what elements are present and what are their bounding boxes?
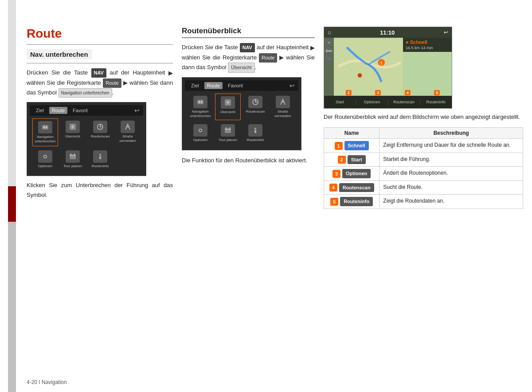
column-1: Route Nav. unterbrechen Drücken Sie die …	[27, 27, 173, 374]
row-name-badge: Start	[348, 155, 366, 165]
arrow-3: ▶	[310, 43, 315, 53]
map-sidebar: + Auto -	[324, 38, 334, 96]
nav-cell-label-7: Routeninfo	[92, 164, 109, 169]
svg-rect-16	[197, 100, 203, 104]
nav-icon-svg-6	[69, 153, 77, 161]
divider-1	[27, 44, 173, 45]
nav-cell2-optionen-icon	[193, 124, 207, 137]
svg-rect-26	[225, 128, 231, 133]
map-start-btn[interactable]: Start	[324, 99, 356, 105]
col1-para1: Drücken Sie die Taste NAV auf der Haupte…	[27, 68, 173, 98]
ubersicht-icon	[66, 121, 80, 133]
footnote: 4-20 I Navigation	[27, 379, 67, 385]
nav-cell-label-2: Übersicht	[65, 134, 80, 139]
routeninfo-icon	[93, 150, 107, 163]
nav-cell2-label-4: Straßevermeiden	[274, 110, 291, 118]
nav-badge-1: NAV	[91, 68, 106, 78]
nav-cell2-tourplanen-icon	[221, 124, 235, 137]
nav2-icon-svg-3	[251, 98, 259, 106]
table-cell-desc: Startet die Führung.	[379, 153, 523, 167]
tourplanen-icon	[66, 150, 80, 163]
table-row: 4RoutenscanSucht die Route.	[324, 180, 523, 195]
map-schnell-label: Schnell	[410, 39, 427, 45]
nav2-icon-svg-1	[196, 98, 204, 106]
map-num-5: 5	[434, 90, 440, 95]
nav-badge-2: NAV	[240, 43, 255, 52]
nav-cell2-tourplanen[interactable]: Tour planen	[215, 122, 241, 145]
nav-cell-tourplanen[interactable]: Tour planen	[60, 148, 86, 171]
nav-cell2-strasse[interactable]: Straßevermeiden	[270, 94, 296, 120]
map-num-2: 2	[346, 90, 352, 95]
close-icon-2: ↩	[289, 82, 295, 89]
subsection-title: Nav. unterbrechen	[27, 49, 92, 59]
nav-cell-routenscan[interactable]: Routenscan	[87, 118, 113, 146]
table-cell-name: 3Optionen	[324, 167, 379, 181]
nav-screen-1: Ziel Route Favorit ↩ Navigationunterbrec…	[27, 102, 146, 176]
map-optionen-btn[interactable]: Optionen	[356, 99, 388, 105]
nav-cell-label-4: Straßevermeiden	[119, 134, 136, 143]
nav-cell2-strasse-icon	[276, 96, 290, 108]
map-header: ⌂ 11:10 ↩	[324, 27, 452, 38]
map-auto-btn[interactable]: Auto	[325, 47, 332, 54]
nav-cell-label-6: Tour planen	[63, 164, 82, 169]
col2-para1: Drücken Sie die Taste NAV auf der Haupte…	[182, 43, 315, 73]
side-bar-top	[8, 0, 16, 186]
nav-cell-ubersicht[interactable]: Übersicht	[60, 118, 86, 146]
ubersicht-badge: Übersicht	[228, 63, 254, 73]
nav-unterbrechen-badge: Navigation unterbrechen	[59, 88, 112, 98]
optionen-icon	[38, 150, 52, 163]
nav-cell-nav-unterbrechen[interactable]: Navigationunterbrechen	[32, 118, 58, 146]
map-zoom-in-btn[interactable]: +	[325, 39, 332, 46]
svg-rect-18	[201, 101, 202, 103]
nav-cell2-routeninfo-icon	[248, 124, 262, 137]
map-num-labels: 2 3 4 5	[334, 87, 452, 96]
row-name-badge: Routenscan	[339, 183, 374, 192]
nav-cell2-ubersicht[interactable]: Übersicht	[215, 94, 241, 120]
map-routeninfo-btn[interactable]: Routeninfo	[420, 99, 452, 105]
nav-cell-label-1: Navigationunterbrechen	[35, 135, 55, 143]
map-zoom-out-btn[interactable]: -	[325, 55, 332, 62]
table-row: 2StartStartet die Führung.	[324, 153, 523, 167]
divider-2	[27, 63, 173, 63]
map-bottom-bar: Start Optionen Routenscan Routeninfo	[324, 96, 452, 108]
nav-cell2-nav-unterbrechen[interactable]: Navigationunterbrechen	[188, 94, 213, 120]
nav-screen-header-2: Ziel Route Favorit ↩	[185, 80, 298, 91]
nav-cell-strasse[interactable]: Straßevermeiden	[115, 118, 141, 146]
svg-point-30	[254, 128, 256, 129]
nav-cell2-routenscan[interactable]: Routenscan	[243, 94, 268, 120]
row-number: 2	[338, 156, 346, 164]
nav-icon-svg-3	[96, 123, 104, 131]
main-content: Route Nav. unterbrechen Drücken Sie die …	[27, 27, 523, 374]
nav-cell-optionen[interactable]: Optionen	[32, 148, 58, 171]
column-3: ⌂ 11:10 ↩ + Auto - ● Schnell 16.5 km 14 …	[324, 27, 523, 374]
row-number: 1	[335, 142, 343, 150]
table-cell-name: 1Schnell	[324, 139, 379, 153]
nav-cell-label-5: Optionen	[38, 164, 52, 169]
nav-icon-svg-1	[41, 123, 49, 131]
nav-cell2-label-3: Routenscan	[246, 110, 265, 114]
nav2-icon-svg-6	[224, 126, 232, 134]
row-name-badge: Schnell	[344, 141, 369, 150]
svg-text:1: 1	[380, 61, 383, 65]
nav-cell2-label-5: Optionen	[193, 138, 207, 142]
map-routenscan-btn[interactable]: Routenscan	[388, 99, 420, 105]
nav-cell-label-3: Routenscan	[91, 134, 110, 139]
nav-grid-1: Navigationunterbrechen Übersicht Routens…	[30, 116, 143, 173]
col1-para2: Klicken Sie zum Unterbrechen der Führung…	[27, 180, 173, 200]
row-number: 3	[332, 170, 340, 178]
col3-para: Der Routenüberblick wird auf dem Bildsch…	[324, 112, 523, 122]
table-cell-name: 4Routenscan	[324, 180, 379, 195]
nav-cell2-optionen[interactable]: Optionen	[188, 122, 213, 145]
route-badge-2: Route	[259, 53, 277, 63]
row-number: 5	[330, 198, 338, 206]
nav-icon-svg-4	[124, 123, 132, 131]
table-cell-name: 2Start	[324, 153, 379, 167]
nav-cell2-routeninfo[interactable]: Routeninfo	[243, 122, 268, 145]
svg-rect-1	[43, 126, 45, 128]
arrow-1: ▶	[168, 68, 173, 78]
column-2: Routenüberblick Drücken Sie die Taste NA…	[182, 27, 315, 374]
svg-point-9	[44, 156, 46, 157]
nav-cell-routeninfo[interactable]: Routeninfo	[87, 148, 113, 171]
svg-rect-10	[70, 154, 76, 159]
section-title-route: Route	[27, 27, 173, 41]
